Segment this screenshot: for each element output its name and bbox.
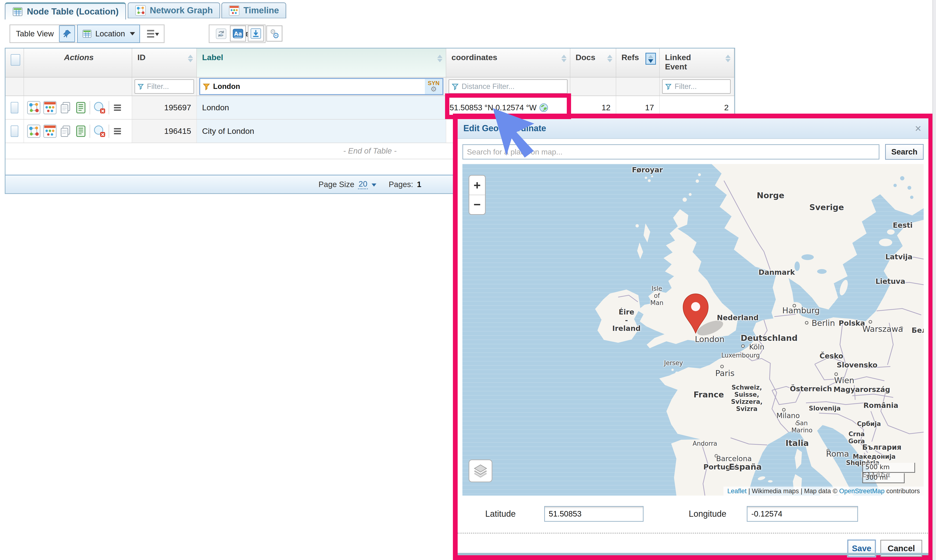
svg-text:⚙: ⚙ <box>272 31 279 40</box>
header-refs[interactable]: Refs <box>616 48 660 77</box>
cell-select[interactable] <box>5 96 24 119</box>
timeline-icon <box>229 5 240 16</box>
map-label: Schweiz, Suisse, Svizzera, Svizra <box>731 384 763 412</box>
sort-icon[interactable] <box>725 53 731 62</box>
sort-active-icon[interactable] <box>645 53 656 65</box>
map[interactable]: FøroyarNorgeSverigeEestiLatvijaLietuvaDa… <box>462 164 924 495</box>
close-icon[interactable]: × <box>915 122 928 135</box>
sort-icon[interactable] <box>561 53 567 62</box>
cell-label: London <box>197 96 446 119</box>
header-label[interactable]: Label <box>197 48 446 77</box>
row-checkbox[interactable] <box>11 126 18 137</box>
network-graph-icon <box>135 5 146 16</box>
sort-icon[interactable] <box>188 53 193 62</box>
cell-select[interactable] <box>5 120 24 143</box>
list-options-button[interactable] <box>142 25 163 42</box>
tab-node-table[interactable]: Node Table (Location) <box>5 2 126 20</box>
cell-actions[interactable] <box>24 120 132 143</box>
settings-button[interactable]: ⚙⚙ <box>266 25 282 42</box>
map-label: Føroyar <box>632 166 663 174</box>
toolbar-view-group: Table View Location <box>9 25 165 43</box>
location-view-button[interactable]: Location <box>77 25 140 43</box>
header-select-all[interactable] <box>5 48 24 77</box>
distance-filter[interactable] <box>449 79 568 94</box>
tab-timeline[interactable]: Timeline <box>221 2 286 18</box>
annotate-button[interactable]: Aa <box>230 25 246 42</box>
longitude-input[interactable] <box>747 506 858 522</box>
label-filter[interactable]: SYN⚙ <box>199 78 443 95</box>
filter-icon <box>137 83 144 91</box>
header-id[interactable]: ID <box>132 48 197 77</box>
map-label: Barcelona <box>716 455 752 463</box>
linked-filter-input[interactable] <box>674 82 728 91</box>
cell-label: City of London <box>197 120 446 143</box>
map-label: Lietuva <box>875 277 905 286</box>
map-label: Jersey <box>664 360 683 367</box>
tab-label: Node Table (Location) <box>27 7 119 17</box>
list-icon <box>146 28 159 39</box>
table-icon <box>12 6 23 17</box>
cell-actions[interactable] <box>24 96 132 119</box>
dialog-bottom-strip <box>458 553 928 555</box>
timeline-icon <box>43 124 57 138</box>
download-button[interactable] <box>248 25 264 42</box>
map-label: Sverige <box>809 203 844 212</box>
distance-filter-input[interactable] <box>461 82 565 91</box>
page-size-value[interactable]: 20 <box>358 180 368 189</box>
sort-icon[interactable] <box>607 53 613 62</box>
sort-icon[interactable] <box>437 53 442 62</box>
gear-icon: ⚙ <box>431 86 437 93</box>
id-filter[interactable] <box>135 79 194 94</box>
edit-geo-coordinate-dialog: Edit Geo Coordinate × Search <box>453 114 933 560</box>
network-graph-icon <box>27 124 41 138</box>
scale-mi: 300 mi <box>862 473 905 483</box>
map-layers-control[interactable] <box>469 460 493 482</box>
linked-event-filter[interactable] <box>662 79 731 94</box>
download-icon <box>250 28 262 40</box>
pin-button[interactable] <box>59 25 75 42</box>
search-button[interactable]: Search <box>885 144 924 160</box>
chevron-down-icon[interactable] <box>372 183 376 186</box>
pin-icon <box>62 29 72 38</box>
map-label: Isle of Man <box>650 285 664 307</box>
header-linked-event[interactable]: Linked Event <box>660 48 734 77</box>
map-label: Italia <box>785 438 809 448</box>
tab-label: Network Graph <box>150 5 213 15</box>
map-label: Andorra <box>693 440 717 447</box>
map-zoom-control: + − <box>469 175 486 215</box>
map-label: Hamburg <box>782 306 820 315</box>
remove-icon <box>92 124 106 138</box>
copy-icon <box>59 101 72 114</box>
map-label: Wien <box>834 376 854 385</box>
syn-settings-button[interactable]: SYN⚙ <box>425 79 442 94</box>
map-label: Warszawa <box>862 325 903 334</box>
location-label: Location <box>95 29 125 38</box>
openstreetmap-link[interactable]: OpenStreetMap <box>839 488 885 495</box>
map-label: Magyarország <box>834 386 890 394</box>
latitude-input[interactable] <box>544 506 644 522</box>
map-label: Éire - Ireland <box>612 308 641 333</box>
layers-icon <box>473 463 488 479</box>
zoom-out-button[interactable]: − <box>469 195 485 214</box>
menu-icon <box>111 125 123 137</box>
id-filter-input[interactable] <box>146 82 191 91</box>
cell-id: 195697 <box>132 96 197 119</box>
attribution-text: | Wikimedia maps | Map data © <box>747 488 839 495</box>
select-all-checkbox[interactable] <box>11 54 20 66</box>
map-label: Köln <box>749 343 764 351</box>
map-label: San Marino <box>791 420 813 434</box>
filter-active-icon <box>203 83 210 91</box>
leaflet-link[interactable]: Leaflet <box>727 488 747 495</box>
copy-icon <box>59 125 72 138</box>
label-filter-input[interactable] <box>212 82 422 91</box>
header-coordinates[interactable]: coordinates <box>446 48 570 77</box>
row-checkbox[interactable] <box>11 102 18 113</box>
pages-value: 1 <box>417 180 421 189</box>
header-docs[interactable]: Docs <box>570 48 616 77</box>
scrollbar[interactable] <box>933 0 936 560</box>
map-label: Milano <box>776 412 800 420</box>
tab-network-graph[interactable]: Network Graph <box>128 2 220 18</box>
zoom-in-button[interactable]: + <box>469 175 485 195</box>
map-label: Бела <box>911 326 924 335</box>
map-scale-control: 500 km 300 mi <box>862 463 915 483</box>
